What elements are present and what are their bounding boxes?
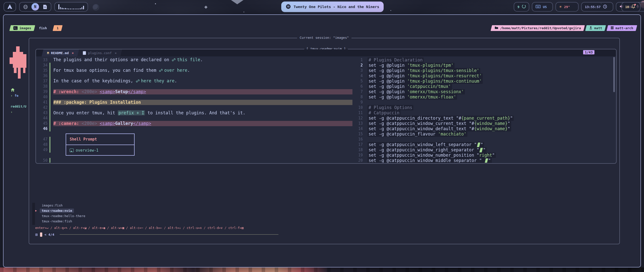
launcher-button[interactable]: [4, 2, 16, 12]
tmux-window-name[interactable]: fish: [39, 26, 47, 30]
editor-line: 37In the case of the keybindings, here t…: [36, 79, 352, 84]
keyboard-icon: [536, 5, 541, 9]
shell-command: fe: [15, 94, 19, 97]
visualizer-bar: [72, 9, 73, 9]
shell-prompt-line: › fe: [11, 94, 18, 97]
git-gutter: [50, 116, 50, 121]
browser-globe-icon[interactable]: [23, 4, 28, 9]
markdown-link[interactable]: this file: [172, 57, 200, 62]
pointer-icon: ▶: [35, 209, 40, 212]
code-segment: set -g @catppuccin_window_middle_separat…: [369, 158, 485, 163]
code-segment: set -g @plugin: [369, 79, 407, 84]
updates-widget[interactable]: 9: [514, 2, 529, 12]
git-gutter: [365, 147, 366, 153]
keybind-hint: ctrl-d=∨: [208, 226, 223, 230]
editor-line: 13set -g @catppuccin_window_current_text…: [356, 121, 616, 126]
session-label: tmux-readme:nvim: [40, 209, 74, 213]
tab-plugins-conf[interactable]: plugins.conf ×: [78, 49, 121, 56]
code-segment: set -g @catppuccin_window_number_positio…: [369, 153, 479, 158]
host-icon: [611, 26, 614, 30]
notification-count: 18: [625, 5, 629, 9]
tmux-window-index[interactable]: 1: [53, 25, 62, 31]
preview-scroll-indicator: 1/43: [583, 50, 594, 54]
code-segment: </samp>: [128, 89, 146, 94]
editor-line: 4set -g @plugin 'tmux-plugins/tmux-resur…: [356, 73, 616, 79]
editor-line: 16: [356, 137, 616, 142]
notes-icon[interactable]: [43, 4, 48, 9]
close-icon[interactable]: ×: [115, 51, 117, 55]
shell-prompt-line2: ›: [11, 110, 13, 114]
tab-label: plugins.conf: [88, 51, 112, 55]
code-segment: The plugins and their options are declar…: [53, 57, 172, 62]
tmux-session-tab[interactable]: >_ images: [10, 25, 34, 31]
code-segment: set -g @plugin: [369, 84, 407, 89]
keybind-hint: enter=↵: [35, 226, 49, 230]
code-segment: # :wrench:: [53, 89, 82, 94]
git-gutter: [50, 89, 50, 94]
git-gutter: [50, 121, 50, 126]
clock-widget[interactable]: 13:55:57: [581, 2, 613, 12]
git-gutter: [50, 105, 50, 110]
code-segment: For tmux base options, you can find them: [53, 68, 159, 73]
git-gutter: [365, 68, 366, 73]
time-value: 13:55:57: [585, 5, 601, 9]
editor-pane-plugins: 1# Plugins Declaration2set -g @plugin 't…: [356, 56, 616, 163]
git-gutter: [365, 142, 366, 147]
session-list-item[interactable]: tmux-readme:fish: [35, 219, 613, 224]
keybind-separator: /: [181, 226, 187, 230]
user-icon: [589, 26, 592, 30]
weather-widget[interactable]: ☀ 29°: [555, 2, 579, 12]
finder-prompt[interactable]: ⊞ < 4/4: [35, 232, 613, 237]
editor-line: 33The plugins and their options are decl…: [36, 57, 352, 63]
track-title: Twenty One Pilots - Nico and the Niners: [294, 5, 379, 9]
git-gutter: [50, 110, 50, 116]
visualizer-bar: [82, 7, 83, 9]
editor-line: 1# Plugins Declaration: [356, 57, 616, 63]
visualizer-bar: [68, 9, 69, 9]
keyboard-layout-widget[interactable]: US: [532, 2, 553, 12]
code-segment: # Plugins Options: [369, 105, 412, 110]
session-list-item[interactable]: images:fish: [35, 203, 613, 208]
git-gutter: [365, 131, 366, 137]
code-segment: 'omerxx/tmux-sessionx': [407, 89, 464, 94]
markdown-link[interactable]: over here: [159, 68, 187, 73]
code-segment: <200e>: [82, 89, 100, 94]
neovim-icon[interactable]: N: [31, 3, 39, 11]
now-playing-widget[interactable]: Twenty One Pilots - Nico and the Niners: [281, 2, 384, 12]
keybind-hints: enter=↵ / alt-q=✎ / alt-r=◪ / alt-e=◉ / …: [35, 225, 613, 230]
code-segment: ": [510, 116, 513, 121]
close-icon[interactable]: ×: [72, 51, 74, 55]
code-segment: In the case of the keybindings,: [53, 78, 136, 83]
keybind-hint: ctrl-f=▤: [228, 226, 244, 230]
visualizer-bar: [70, 9, 71, 9]
notifications-widget[interactable]: 18: [621, 2, 640, 12]
git-gutter: [365, 137, 366, 142]
sun-icon: ☀: [559, 4, 562, 9]
git-gutter: [365, 57, 366, 63]
session-list-item[interactable]: tmux-readme:hello-there: [35, 213, 613, 219]
git-gutter: [50, 57, 50, 63]
audio-visualizer: [54, 2, 88, 12]
editor-line: 41### :package: Plugins Installation: [36, 100, 352, 105]
keybind-separator: /: [223, 226, 228, 230]
tmux-user-chip: matt: [586, 25, 605, 31]
editor-line: 35For tmux base options, you can find th…: [36, 68, 352, 73]
git-gutter: [50, 100, 50, 105]
code-segment: set -g @plugin: [369, 94, 407, 99]
code-segment: ### :package: Plugins Installation: [53, 100, 141, 105]
code-segment: ": [483, 147, 486, 152]
home-icon: [11, 88, 15, 93]
git-gutter: [365, 158, 366, 163]
image-icon: [70, 149, 74, 152]
markdown-link[interactable]: here they are: [136, 78, 175, 83]
table-cell-label[interactable]: overview-1: [76, 145, 98, 156]
wallpaper-horizon: [0, 267, 644, 272]
visualizer-bar: [62, 8, 63, 9]
session-list-item[interactable]: ▶tmux-readme:nvim: [35, 208, 613, 213]
git-gutter: [365, 63, 366, 68]
tab-readme[interactable]: M README.md ×: [43, 49, 78, 56]
git-gutter: [50, 131, 50, 137]
keybind-separator: /: [162, 226, 168, 230]
dock: N: [19, 2, 51, 12]
tabbar-lead: [36, 49, 43, 56]
